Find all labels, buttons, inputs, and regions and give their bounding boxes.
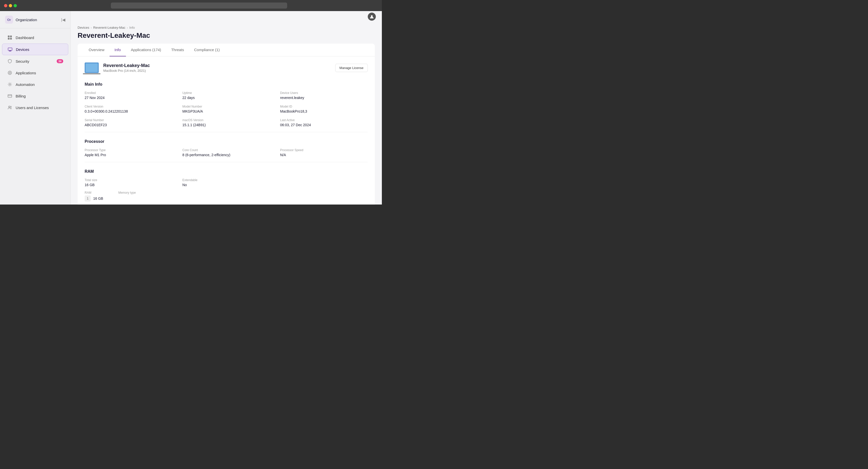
tab-threats[interactable]: Threats — [166, 43, 189, 56]
sidebar-header: Or Organization |◀ — [0, 11, 70, 28]
serial-number-value: ABCD01EF23 — [85, 123, 172, 127]
enrolled-value: 27 Nov 2024 — [85, 96, 172, 100]
ram-slot-field: RAM 1 16 GB — [85, 191, 103, 201]
uptime-label: Uptime — [182, 91, 270, 95]
device-header: Reverent-Leakey-Mac MacBook Pro (14-inch… — [85, 62, 368, 73]
breadcrumb-device-name[interactable]: Reverent-Leakey-Mac — [93, 26, 125, 29]
org-avatar: Or — [5, 15, 13, 24]
extendable-field: Extendable No — [182, 178, 270, 187]
model-id-label: Model ID — [280, 105, 368, 108]
minimize-button[interactable] — [9, 4, 12, 7]
model-number-value: MKGP3UA/A — [182, 109, 270, 113]
sidebar-item-applications-label: Applications — [16, 71, 36, 75]
ram-slot-indicator: 1 16 GB — [85, 195, 103, 201]
devices-icon — [7, 46, 13, 52]
manage-license-button[interactable]: Manage License — [335, 64, 368, 72]
last-active-field: Last Active 06:03, 27 Dec 2024 — [280, 118, 368, 127]
ram-slot-label: RAM — [85, 191, 103, 194]
sidebar-nav: Dashboard Devices Secu — [0, 28, 70, 205]
breadcrumb-sep-1: › — [91, 26, 92, 29]
laptop-screen-icon — [86, 63, 98, 72]
model-id-field: Model ID MacBookPro18,3 — [280, 105, 368, 113]
security-badge: 34 — [57, 59, 63, 63]
tab-compliance[interactable]: Compliance (1) — [189, 43, 225, 56]
device-users-value: reverent.leakey — [280, 96, 368, 100]
sidebar-item-security-label: Security — [16, 59, 29, 63]
svg-point-7 — [8, 71, 11, 74]
device-users-label: Device Users — [280, 91, 368, 95]
breadcrumb: Devices › Reverent-Leakey-Mac › Info — [78, 22, 375, 31]
client-version-label: Client Version — [85, 105, 172, 108]
client-version-field: Client Version 0.3.0+00300.0.2412201138 — [85, 105, 172, 113]
top-bar — [70, 11, 382, 22]
svg-point-14 — [371, 15, 373, 17]
ram-slot-row: RAM 1 16 GB Memory type — [85, 191, 368, 201]
sidebar-item-users-licenses[interactable]: Users and Licenses — [2, 102, 68, 113]
main-info-section-title: Main Info — [85, 80, 368, 87]
svg-point-13 — [10, 106, 11, 107]
sidebar-item-dashboard-label: Dashboard — [16, 35, 34, 40]
sidebar-item-billing[interactable]: Billing — [2, 90, 68, 101]
uptime-field: Uptime 22 days — [182, 91, 270, 100]
tab-applications[interactable]: Applications (174) — [126, 43, 166, 56]
security-icon — [7, 58, 12, 64]
billing-icon — [7, 93, 12, 99]
processor-type-label: Processor Type — [85, 148, 172, 152]
tabs-container: Overview Info Applications (174) Threats… — [78, 43, 375, 56]
memory-type-field: Memory type — [118, 191, 136, 201]
uptime-value: 22 days — [182, 96, 270, 100]
macos-version-label: macOS Version — [182, 118, 270, 122]
automation-icon — [7, 82, 12, 87]
macos-version-value: 15.1.1 (24B91) — [182, 123, 270, 127]
model-number-label: Model Number — [182, 105, 270, 108]
memory-type-label: Memory type — [118, 191, 136, 194]
svg-rect-2 — [8, 38, 9, 39]
main-content: Devices › Reverent-Leakey-Mac › Info Rev… — [70, 11, 382, 205]
processor-type-field: Processor Type Apple M1 Pro — [85, 148, 172, 157]
sidebar-collapse-button[interactable]: |◀ — [61, 18, 65, 22]
extendable-label: Extendable — [182, 178, 270, 182]
breadcrumb-devices[interactable]: Devices — [78, 26, 89, 29]
svg-point-9 — [9, 84, 10, 85]
core-count-field: Core Count 8 (6-performance, 2-efficienc… — [182, 148, 270, 157]
sidebar-item-users-licenses-label: Users and Licenses — [16, 105, 49, 110]
sidebar-item-devices[interactable]: Devices — [2, 43, 68, 55]
processor-speed-field: Processor Speed N/A — [280, 148, 368, 157]
tab-overview[interactable]: Overview — [84, 43, 110, 56]
ram-grid: Total size 16 GB Extendable No — [85, 178, 368, 187]
sidebar-item-billing-label: Billing — [16, 94, 26, 98]
extendable-value: No — [182, 183, 270, 187]
browser-chrome — [0, 0, 382, 11]
applications-icon — [7, 70, 12, 75]
tab-info[interactable]: Info — [110, 43, 126, 56]
last-active-value: 06:03, 27 Dec 2024 — [280, 123, 368, 127]
close-button[interactable] — [4, 4, 7, 7]
model-number-field: Model Number MKGP3UA/A — [182, 105, 270, 113]
device-info: Reverent-Leakey-Mac MacBook Pro (14-inch… — [103, 63, 331, 72]
macos-version-field: macOS Version 15.1.1 (24B91) — [182, 118, 270, 127]
serial-number-label: Serial Number — [85, 118, 172, 122]
total-size-field: Total size 16 GB — [85, 178, 172, 187]
device-users-field: Device Users reverent.leakey — [280, 91, 368, 100]
svg-rect-3 — [10, 38, 12, 39]
svg-rect-4 — [8, 48, 12, 51]
sidebar-item-security[interactable]: Security 34 — [2, 56, 68, 67]
processor-speed-value: N/A — [280, 153, 368, 157]
device-icon — [85, 62, 99, 73]
ram-slot-number: 1 — [85, 195, 91, 201]
sidebar-item-automation-label: Automation — [16, 82, 35, 87]
sidebar-item-applications[interactable]: Applications — [2, 67, 68, 78]
address-bar[interactable] — [111, 2, 287, 8]
processor-grid: Processor Type Apple M1 Pro Core Count 8… — [85, 148, 368, 157]
users-icon — [7, 105, 12, 110]
model-id-value: MacBookPro18,3 — [280, 109, 368, 113]
core-count-value: 8 (6-performance, 2-efficiency) — [182, 153, 270, 157]
sidebar-item-automation[interactable]: Automation — [2, 79, 68, 90]
device-name: Reverent-Leakey-Mac — [103, 63, 331, 68]
app-container: Or Organization |◀ Dashboard — [0, 11, 382, 205]
org-name: Organization — [16, 18, 37, 22]
user-avatar[interactable] — [368, 12, 376, 21]
maximize-button[interactable] — [13, 4, 17, 7]
sidebar-item-dashboard[interactable]: Dashboard — [2, 32, 68, 43]
enrolled-label: Enrolled — [85, 91, 172, 95]
